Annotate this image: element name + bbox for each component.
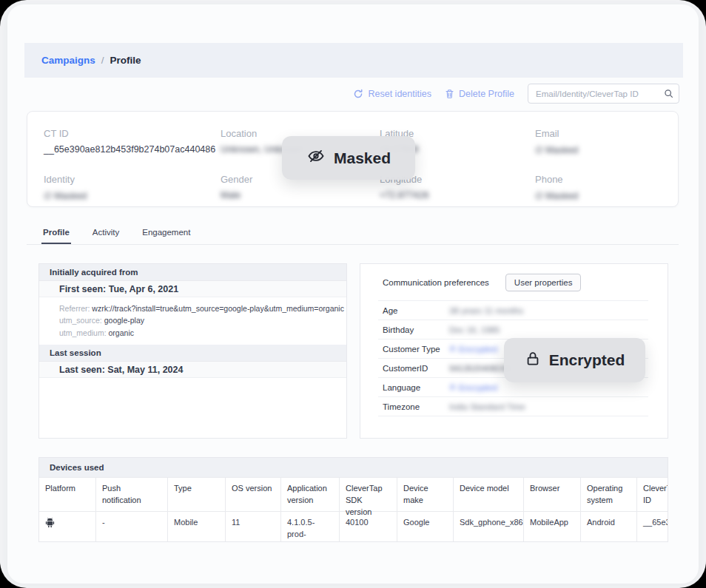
field-email: Email ∅ Masked (535, 128, 578, 155)
field-ct-id: CT ID __65e390ae812b453f9b274b07ac440486 (44, 128, 215, 155)
breadcrumb-campaigns-link[interactable]: Campaigns (41, 55, 95, 66)
lock-icon (449, 383, 456, 392)
lock-icon (525, 350, 541, 371)
referrer-block: Referrer: wzrk://track?install=true&utm_… (39, 297, 346, 345)
breadcrumb-separator: / (101, 55, 104, 66)
tab-communication-preferences[interactable]: Communication preferences (383, 278, 489, 287)
col-os-version: OS version (226, 478, 281, 511)
property-row-birthday: Birthday Dec 16, 1985 (378, 320, 648, 339)
reset-identities-label: Reset identities (368, 89, 431, 99)
customer-id-label: CustomerID (378, 364, 449, 373)
customer-type-value: Encrypted (449, 345, 497, 354)
android-icon (45, 521, 55, 530)
masked-badge-label: Masked (334, 149, 391, 167)
device-model-cell: Sdk_gphone_x86 (454, 512, 524, 542)
gender-label: Gender (221, 174, 252, 185)
col-device-make: Device make (397, 478, 454, 511)
user-properties-panel: Communication preferences User propertie… (360, 263, 668, 439)
identity-label: Identity (44, 174, 87, 185)
initially-acquired-title: Initially acquired from (39, 264, 346, 281)
age-label: Age (378, 306, 449, 315)
breadcrumb: Campaigns / Profile (24, 43, 683, 78)
profile-tabs: Profile Activity Engagement (27, 223, 679, 245)
profile-actions: Reset identities Delete Profile (353, 84, 679, 104)
lock-icon (449, 345, 456, 354)
devices-table-header: Platform Push notification Type OS versi… (39, 478, 668, 512)
device-make-cell: Google (397, 512, 454, 542)
email-value: ∅ Masked (535, 144, 578, 155)
referrer-line: Referrer: wzrk://track?install=true&utm_… (59, 303, 342, 314)
trash-icon (445, 89, 454, 99)
utm-source-value: google-play (104, 316, 144, 325)
col-sdk-version: CleverTap SDK version (340, 478, 397, 511)
col-clevertap-id: CleverTap ID (637, 478, 668, 511)
customer-id-value: 9413520408236 (449, 364, 511, 373)
phone-value: ∅ Masked (535, 190, 578, 201)
profile-search (528, 84, 679, 104)
tab-activity[interactable]: Activity (91, 223, 121, 244)
ct-id-value: __65e390ae812b453f9b274b07ac440486 (44, 144, 215, 155)
longitude-value: +72.877426 (380, 190, 428, 200)
eye-off-icon (306, 146, 326, 169)
ct-id-label: CT ID (44, 128, 215, 139)
app-screen: Campaigns / Profile Reset identities (0, 0, 706, 588)
field-gender: Gender Male (221, 174, 252, 200)
identity-value: ∅ Masked (44, 190, 87, 201)
utm-medium-value: organic (109, 328, 134, 337)
col-push-notification: Push notification (96, 478, 168, 511)
customer-type-text: Encrypted (459, 345, 497, 354)
device-ctid-cell: __65e3 (637, 512, 668, 542)
device-app-version-cell: 4.1.0.5-prod-refactoring (281, 512, 340, 542)
profile-summary-card: CT ID __65e390ae812b453f9b274b07ac440486… (27, 111, 679, 207)
language-label: Language (378, 383, 449, 392)
col-device-model: Device model (454, 478, 524, 511)
age-value: 38 years 11 months (449, 306, 523, 315)
col-platform: Platform (39, 478, 96, 511)
device-platform-cell (39, 512, 96, 542)
tab-profile[interactable]: Profile (41, 223, 71, 244)
utm-source-label: utm_source: (59, 316, 102, 325)
col-operating-system: Operating system (581, 478, 637, 511)
tab-engagement[interactable]: Engagement (141, 223, 192, 244)
birthday-value: Dec 16, 1985 (449, 325, 500, 334)
reset-identities-button[interactable]: Reset identities (353, 89, 431, 99)
delete-profile-label: Delete Profile (459, 89, 514, 99)
property-row-timezone: Timezone India Standard Time (378, 397, 648, 416)
encrypted-badge: Encrypted (504, 338, 645, 382)
email-label: Email (535, 128, 578, 139)
timezone-value: India Standard Time (449, 402, 525, 411)
breadcrumb-current-page: Profile (110, 55, 141, 66)
gender-value: Male (221, 190, 252, 200)
first-seen-row: First seen: Tue, Apr 6, 2021 (39, 281, 346, 297)
tab-user-properties[interactable]: User properties (505, 274, 582, 291)
referrer-value: wzrk://track?install=true&utm_source=goo… (92, 304, 344, 313)
device-type-cell: Mobile (168, 512, 226, 542)
utm-source-line: utm_source: google-play (59, 314, 342, 326)
device-row: - Mobile 11 4.1.0.5-prod-refactoring 401… (39, 512, 668, 542)
timezone-label: Timezone (378, 402, 449, 411)
search-input[interactable] (528, 84, 679, 104)
device-sdk-cell: 40100 (340, 512, 397, 542)
language-text: Encrypted (459, 383, 497, 392)
utm-medium-line: utm_medium: organic (59, 327, 342, 339)
col-browser: Browser (524, 478, 581, 511)
devices-used-title: Devices used (39, 458, 668, 478)
search-icon[interactable] (664, 88, 673, 101)
device-browser-cell: MobileApp (524, 512, 581, 542)
phone-label: Phone (535, 174, 578, 185)
last-session-title: Last session (39, 345, 346, 362)
customer-type-label: Customer Type (378, 345, 449, 354)
property-row-age: Age 38 years 11 months (378, 301, 648, 320)
utm-medium-label: utm_medium: (59, 328, 107, 337)
delete-profile-button[interactable]: Delete Profile (445, 89, 514, 99)
refresh-icon (353, 89, 363, 99)
field-phone: Phone ∅ Masked (535, 174, 578, 201)
device-push-cell: - (96, 512, 168, 542)
col-type: Type (168, 478, 226, 511)
birthday-label: Birthday (378, 325, 449, 334)
referrer-label: Referrer: (59, 304, 90, 313)
language-value: Encrypted (449, 383, 497, 392)
initially-acquired-panel: Initially acquired from First seen: Tue,… (38, 263, 347, 439)
devices-used-panel: Devices used Platform Push notification … (38, 457, 668, 542)
masked-badge: Masked (282, 136, 415, 180)
